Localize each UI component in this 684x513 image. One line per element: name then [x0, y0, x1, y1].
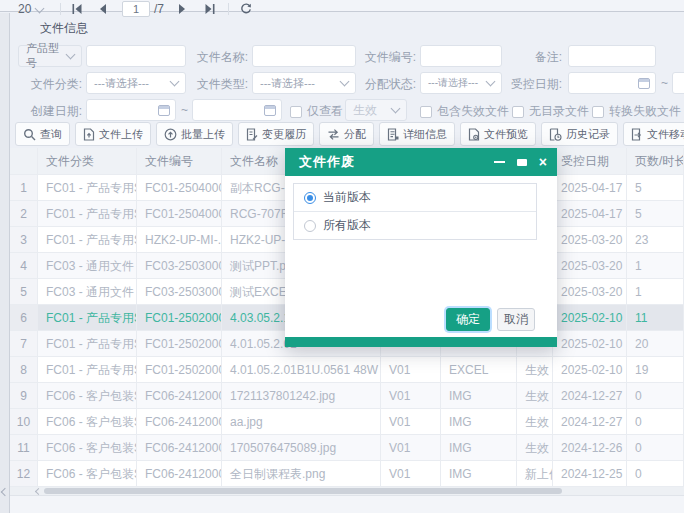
cancel-button[interactable]: 取消	[497, 308, 535, 331]
header-pages[interactable]: 页数/时长	[627, 148, 684, 175]
table-row[interactable]: 9FC06 - 客户包装S...FC06-2412000617211378012…	[10, 383, 684, 409]
product-model-combo[interactable]: 产品型号	[18, 45, 82, 67]
file-no-label: 文件编号:	[360, 49, 416, 66]
cell-number: FC01-25020003	[137, 305, 222, 331]
calendar-icon[interactable]	[264, 105, 276, 116]
controlled-date-end-input[interactable]	[672, 72, 684, 94]
last-page-button[interactable]	[204, 0, 215, 18]
close-icon[interactable]: ×	[539, 155, 547, 169]
cell-pages: 19	[627, 357, 684, 383]
dialog-titlebar[interactable]: 文件作废 ×	[285, 148, 557, 176]
no-catalog-checkbox[interactable]: 无目录文件	[512, 103, 589, 120]
current-version-option[interactable]: 当前版本	[294, 184, 536, 211]
remark-input[interactable]	[568, 45, 656, 67]
file-move-button[interactable]: 文件移动	[623, 122, 684, 146]
row-index: 10	[10, 409, 38, 435]
header-category[interactable]: 文件分类	[38, 148, 137, 175]
row-index: 12	[10, 461, 38, 487]
history-icon	[549, 128, 562, 141]
assign-status-label: 分配状态:	[360, 76, 416, 93]
file-name-input[interactable]	[252, 45, 356, 67]
all-versions-option[interactable]: 所有版本	[294, 211, 536, 239]
row-index: 1	[10, 175, 38, 201]
created-date-start-input[interactable]	[86, 99, 176, 121]
assign-icon	[327, 128, 340, 141]
checkbox-icon[interactable]	[512, 106, 524, 118]
detail-info-button[interactable]: 详细信息	[379, 122, 455, 146]
query-button[interactable]: 查询	[15, 122, 70, 146]
minimize-icon[interactable]	[494, 161, 505, 163]
cell-date: 2025-02-10	[553, 305, 627, 331]
cell-number: FC06-24120004	[137, 435, 222, 461]
effective-status-select[interactable]: 生效	[345, 99, 407, 121]
tab-file-info[interactable]: 文件信息	[40, 20, 88, 37]
cell-pages: 23	[627, 227, 684, 253]
table-row[interactable]: 8FC01 - 产品专用S...FC01-250200014.01.05.2.0…	[10, 357, 684, 383]
change-history-icon	[246, 128, 258, 141]
refresh-button[interactable]	[240, 0, 252, 18]
page-size-select[interactable]: 20	[18, 0, 43, 18]
radio-unselected-icon[interactable]	[304, 220, 316, 232]
cell-category: FC03 - 通用文件	[38, 253, 137, 279]
controlled-date-start-input[interactable]	[568, 72, 656, 94]
radio-selected-icon[interactable]	[304, 192, 316, 204]
cell-version: V01	[381, 435, 441, 461]
convert-failed-checkbox[interactable]: 转换失败文件	[592, 103, 681, 120]
view-only-checkbox[interactable]: 仅查看	[290, 103, 343, 120]
file-preview-icon	[468, 128, 480, 141]
file-type-select[interactable]: ---请选择---	[252, 72, 356, 94]
cell-type: IMG	[441, 461, 517, 487]
dialog-footer-bar	[285, 337, 557, 347]
row-index: 3	[10, 227, 38, 253]
prev-page-icon	[99, 4, 107, 14]
first-page-button[interactable]	[72, 0, 83, 18]
file-upload-button[interactable]: 文件上传	[75, 122, 151, 146]
checkbox-icon[interactable]	[420, 106, 432, 118]
row-index: 9	[10, 383, 38, 409]
change-history-button[interactable]: 变更履历	[238, 122, 314, 146]
next-page-button[interactable]	[178, 0, 186, 18]
file-invalidate-dialog: 文件作废 × 当前版本 所有版本 确定 取消	[285, 148, 557, 347]
include-invalid-checkbox[interactable]: 包含失效文件	[420, 103, 509, 120]
header-index	[10, 148, 38, 175]
calendar-icon[interactable]	[158, 105, 170, 116]
cell-version: V01	[381, 357, 441, 383]
sidebar-collapsed[interactable]	[0, 13, 10, 513]
prev-page-button[interactable]	[99, 0, 107, 18]
batch-upload-button[interactable]: 批量上传	[156, 122, 233, 146]
checkbox-icon[interactable]	[592, 106, 604, 118]
maximize-icon[interactable]	[517, 159, 527, 166]
cell-pages: 1	[627, 253, 684, 279]
history-record-button[interactable]: 历史记录	[541, 122, 618, 146]
chevron-down-icon	[391, 103, 401, 113]
table-row[interactable]: 12FC06 - 客户包装S...FC06-24120003全日制课程表.png…	[10, 461, 684, 487]
all-versions-label: 所有版本	[323, 217, 371, 234]
table-row[interactable]: 11FC06 - 客户包装S...FC06-241200041705076475…	[10, 435, 684, 461]
calendar-icon[interactable]	[638, 78, 650, 89]
convert-failed-label: 转换失败文件	[609, 103, 681, 120]
header-number[interactable]: 文件编号	[137, 148, 222, 175]
cell-date: 2025-02-10	[553, 331, 627, 357]
table-row[interactable]: 10FC06 - 客户包装S...FC06-24120005aa.jpgV01I…	[10, 409, 684, 435]
change-history-button-label: 变更履历	[262, 127, 306, 142]
checkbox-icon[interactable]	[290, 106, 302, 118]
file-preview-button[interactable]: 文件预览	[460, 122, 536, 146]
created-date-end-input[interactable]	[192, 99, 282, 121]
file-no-input[interactable]	[420, 45, 502, 67]
header-controlled-date[interactable]: 受控日期	[553, 148, 627, 175]
cell-name: 4.01.05.2.01B1U.0561 48W SP...	[222, 357, 381, 383]
cell-date: 2025-03-20	[553, 253, 627, 279]
file-name-label: 文件名称:	[192, 49, 248, 66]
version-option-group: 当前版本 所有版本	[293, 183, 537, 240]
confirm-button[interactable]: 确定	[446, 308, 490, 331]
product-model-input[interactable]	[86, 45, 186, 67]
page-input[interactable]	[122, 1, 150, 17]
assign-button[interactable]: 分配	[319, 122, 374, 146]
cell-type: IMG	[441, 409, 517, 435]
include-invalid-label: 包含失效文件	[437, 103, 509, 120]
cell-status: 生效	[517, 409, 553, 435]
cell-pages: 11	[627, 305, 684, 331]
assign-status-select[interactable]: ---请选择---	[420, 72, 502, 94]
horizontal-scrollbar-thumb[interactable]	[44, 488, 562, 494]
file-category-select[interactable]: ---请选择---	[86, 72, 186, 94]
